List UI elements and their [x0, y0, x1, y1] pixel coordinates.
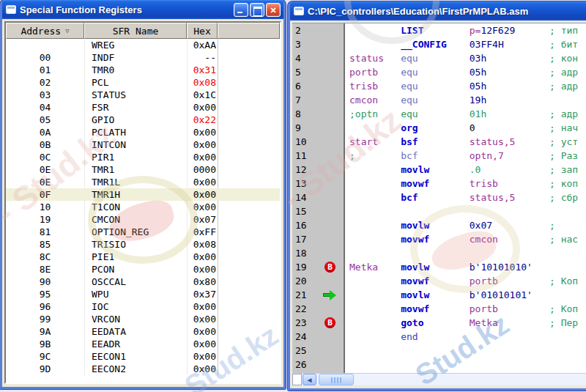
column-header-address[interactable]: Address ▽	[6, 23, 84, 39]
code-token: bsf	[401, 135, 418, 149]
code-lines[interactable]: 2LISTp=12F629; тип3__CONFIG03FF4H; бит4s…	[292, 23, 586, 373]
table-row[interactable]: 9BEEADR0x00	[6, 338, 280, 350]
table-row[interactable]: 9CEECON10x00	[6, 350, 280, 363]
table-row[interactable]: 04FSR0x00	[6, 101, 280, 114]
minimize-button[interactable]	[234, 3, 248, 17]
code-line[interactable]: 14bcfstatus,5; сбр	[292, 191, 586, 204]
code-line[interactable]: 5portbequ05h; адр	[292, 65, 586, 79]
table-row[interactable]: 0FTMR1H0x00	[6, 188, 280, 201]
table-row[interactable]: 95WPU0x37	[6, 288, 280, 300]
code-token: equ	[401, 65, 418, 79]
table-row[interactable]: 99VRCON0x00	[6, 313, 280, 325]
table-row[interactable]: 00INDF--	[6, 51, 280, 64]
table-row[interactable]: 05GPIO0x22	[6, 114, 280, 126]
scrollbar-thumb[interactable]	[319, 374, 354, 385]
cell-sfr-name: TRISIO	[84, 238, 187, 251]
table-row[interactable]: 0BINTCON0x00	[6, 138, 280, 151]
code-token: status,5	[470, 135, 516, 149]
code-line[interactable]: 22movwfportb; Коп	[292, 302, 586, 316]
cell-sfr-name: OPTION_REG	[84, 226, 187, 238]
code-line[interactable]: 13movwftrisb; коп	[292, 177, 586, 191]
table-row[interactable]: 0ETMR1L0x00	[6, 176, 280, 188]
table-row[interactable]: 96IOC0x00	[6, 300, 280, 313]
table-row[interactable]: 01TMR00x31	[6, 64, 280, 76]
table-row[interactable]: 0CPIR10x00	[6, 151, 280, 163]
column-header-hex[interactable]: Hex	[187, 23, 218, 39]
cell-address: 90	[6, 275, 84, 288]
code-token: cmcon	[349, 93, 378, 107]
cell-sfr-name: CMCON	[84, 213, 187, 226]
line-number: 23	[295, 316, 317, 330]
code-line[interactable]: 10startbsfstatus,5; уст	[292, 135, 586, 149]
code-line[interactable]: 24end	[292, 330, 586, 344]
line-number: 14	[295, 191, 317, 204]
column-header-spare[interactable]	[218, 23, 280, 39]
code-token: ; тип	[549, 23, 578, 37]
code-line[interactable]: 23BgotoMetka; Пер	[292, 316, 586, 330]
code-token: ; уст	[549, 135, 578, 149]
code-line[interactable]: 18	[292, 246, 586, 260]
cell-sfr-name: GPIO	[84, 114, 187, 126]
code-line[interactable]: 15	[292, 204, 586, 218]
cell-sfr-name: IOC	[84, 300, 187, 313]
code-token: 12F629	[481, 23, 515, 37]
table-row[interactable]: 03STATUS0x1C	[6, 89, 280, 101]
table-row[interactable]: 90OSCCAL0x80	[6, 275, 280, 288]
code-token: ; Коп	[549, 302, 578, 316]
code-token: movwf	[401, 274, 429, 288]
code-line[interactable]: 2LISTp=12F629; тип	[292, 23, 586, 37]
horizontal-scrollbar[interactable]: ◄	[292, 373, 586, 385]
table-row[interactable]: WREG0xAA	[6, 39, 280, 51]
sfr-titlebar[interactable]: Special Function Registers ✕	[2, 0, 283, 19]
code-line[interactable]: 26	[292, 358, 586, 371]
code-line[interactable]: 21movlwb'01010101'	[292, 288, 586, 302]
code-line[interactable]: 25	[292, 344, 586, 358]
breakpoint-icon[interactable]: B	[324, 317, 335, 328]
code-line[interactable]: 12movlw.0; зап	[292, 163, 586, 177]
code-line[interactable]: 7cmconequ19h	[292, 93, 586, 107]
close-button[interactable]: ✕	[266, 3, 281, 17]
table-row[interactable]: 10T1CON0x00	[6, 201, 280, 213]
code-line[interactable]: 20movwfportb; Коп	[292, 274, 586, 288]
editor-titlebar[interactable]: C:\PIC_controllers\Education\FirstPrMPLA…	[290, 1, 586, 21]
maximize-button[interactable]	[250, 3, 264, 17]
cell-address: 04	[6, 101, 84, 114]
table-row[interactable]: 0APCLATH0x00	[6, 126, 280, 138]
code-line[interactable]: 3__CONFIG03FF4H; бит	[292, 37, 586, 51]
cell-address: 01	[6, 64, 84, 76]
code-line[interactable]: 4statusequ03h; кон	[292, 51, 586, 65]
code-token: ; нас	[549, 232, 578, 246]
code-line[interactable]: 9org0; нач	[292, 121, 586, 135]
table-row[interactable]: 9AEEDATA0x00	[6, 325, 280, 338]
code-line[interactable]: 19BMetkamovlwb'10101010'	[292, 260, 586, 274]
table-row[interactable]: 8EPCON0x00	[6, 263, 280, 275]
cell-sfr-name: EEADR	[84, 338, 187, 350]
code-line[interactable]: 16movlw0x07;	[292, 218, 586, 232]
cell-sfr-name: EECON2	[84, 363, 187, 375]
column-header-sfr-name[interactable]: SFR Name	[84, 23, 187, 39]
table-row[interactable]: 9DEECON20x00	[6, 363, 280, 375]
window-icon	[294, 7, 304, 15]
code-line[interactable]: 17movwfcmcon; нас	[292, 232, 586, 246]
cell-address: 8E	[6, 263, 84, 275]
cell-sfr-name: INDF	[84, 51, 187, 64]
table-row[interactable]: 0ETMR10000	[6, 163, 280, 176]
cell-address	[6, 39, 84, 51]
cell-sfr-name: STATUS	[84, 89, 187, 101]
cell-sfr-name: OSCCAL	[84, 275, 187, 288]
scroll-left-button[interactable]: ◄	[303, 374, 316, 385]
table-row[interactable]: 81OPTION_REG0xFF	[6, 226, 280, 238]
code-line[interactable]: 6trisbequ05h; адр	[292, 79, 586, 93]
breakpoint-icon[interactable]: B	[324, 262, 335, 273]
cell-hex-value: 0x00	[187, 350, 218, 363]
sfr-table-header: Address ▽ SFR Name Hex	[6, 23, 280, 39]
code-line[interactable]: 11;bcfoptn,7; Раз	[292, 149, 586, 163]
table-row[interactable]: 19CMCON0x07	[6, 213, 280, 226]
code-token: 03FF4H	[470, 37, 504, 51]
cell-hex-value: 0x00	[187, 101, 218, 114]
table-row[interactable]: 02PCL0x08	[6, 76, 280, 89]
table-row[interactable]: 8CPIE10x00	[6, 251, 280, 263]
table-row[interactable]: 85TRISIO0x08	[6, 238, 280, 251]
code-line[interactable]: 8;optnequ01h; адр	[292, 107, 586, 121]
cell-hex-value: 0x22	[187, 114, 218, 126]
